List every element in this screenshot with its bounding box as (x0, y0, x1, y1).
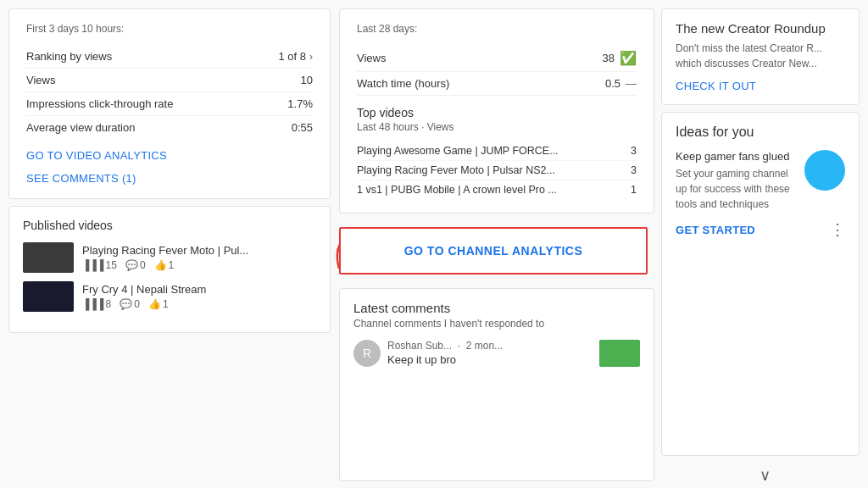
top-video-row-1: Playing Awesome Game | JUMP FORCE... 3 (357, 141, 637, 161)
like-icon-1: 👍 (154, 259, 167, 271)
video-title-1: Playing Racing Fever Moto | Pul... (82, 244, 252, 257)
top-video-count-2: 3 (631, 164, 637, 176)
video-thumb-2 (23, 281, 74, 312)
go-to-video-analytics-link[interactable]: GO TO VIDEO ANALYTICS (26, 149, 313, 162)
idea-icon-1 (804, 150, 845, 191)
views-stat-1: ▐▐▐ 15 (82, 259, 117, 271)
comment-author-1: Roshan Sub... · 2 mon... (387, 340, 593, 352)
comment-thumb-1 (599, 340, 640, 367)
middle-panel: Last 28 days: Views 38 ✅ Watch time (hou… (339, 0, 661, 488)
see-comments-link[interactable]: SEE COMMENTS (1) (26, 172, 313, 185)
watch-time-row: Watch time (hours) 0.5 — (357, 72, 637, 96)
ranking-arrow-icon: › (309, 51, 313, 63)
top-videos-section: Top videos Last 48 hours · Views Playing… (357, 106, 637, 199)
stat-row-ranking: Ranking by views 1 of 8 › (26, 45, 313, 69)
chevron-down-icon[interactable]: ∨ (661, 463, 868, 488)
video-stats-1: ▐▐▐ 15 💬 0 👍 1 (82, 259, 316, 271)
comment-icon-1: 💬 (125, 259, 138, 271)
stat-row-views: Views 10 (26, 69, 313, 92)
published-videos-title: Published videos (23, 219, 316, 232)
like-icon-2: 👍 (148, 298, 161, 310)
top-video-name-2: Playing Racing Fever Moto | Pulsar NS2..… (357, 164, 624, 176)
video-stats-2: ▐▐▐ 8 💬 0 👍 1 (82, 298, 316, 310)
creator-roundup-card: The new Creator Roundup Don't miss the l… (661, 8, 860, 105)
published-videos-card: Published videos Playing Racing Fever Mo… (8, 206, 331, 333)
ranking-value: 1 of 8 › (278, 50, 313, 63)
channel-views-label: Views (357, 52, 386, 64)
check-icon: ✅ (620, 50, 637, 66)
analytics-card-title: First 3 days 10 hours: (26, 23, 313, 35)
watch-time-label: Watch time (hours) (357, 77, 449, 90)
bar-icon-2: ▐▐▐ (82, 298, 104, 310)
top-video-name-1: Playing Awesome Game | JUMP FORCE... (357, 145, 624, 157)
ctr-value: 1.7% (287, 97, 313, 110)
analytics-card: First 3 days 10 hours: Ranking by views … (8, 8, 331, 199)
channel-views-value: 38 ✅ (603, 50, 637, 66)
top-video-count-3: 1 (631, 184, 637, 196)
bar-icon-1: ▐▐▐ (82, 259, 104, 271)
likes-stat-1: 👍 1 (154, 259, 175, 271)
roundup-description: Don't miss the latest Creator R... which… (676, 41, 845, 71)
channel-views-row: Views 38 ✅ (357, 45, 637, 72)
idea-item-desc-1: Set your gaming channel up for success w… (676, 166, 796, 212)
channel-stats-card: Last 28 days: Views 38 ✅ Watch time (hou… (339, 8, 654, 214)
comment-icon-2: 💬 (120, 298, 132, 310)
video-thumb-1 (23, 242, 74, 273)
latest-comments-subtitle: Channel comments I haven't responded to (353, 318, 640, 330)
comment-item-1: R Roshan Sub... · 2 mon... Keep it up br… (353, 340, 640, 367)
latest-comments-title: Latest comments (353, 301, 640, 315)
duration-value: 0:55 (292, 121, 313, 134)
go-to-channel-analytics-button[interactable]: GO TO CHANNEL ANALYTICS (339, 227, 648, 274)
comments-stat-1: 💬 0 (125, 259, 146, 271)
comment-text-1: Keep it up bro (387, 353, 593, 366)
video-title-2: Fry Cry 4 | Nepali Stream (82, 283, 252, 296)
video-item-2: Fry Cry 4 | Nepali Stream ▐▐▐ 8 💬 0 👍 (23, 281, 316, 312)
ideas-footer: GET STARTED ⋮ (676, 220, 845, 239)
top-videos-title: Top videos (357, 106, 637, 119)
video-info-2: Fry Cry 4 | Nepali Stream ▐▐▐ 8 💬 0 👍 (82, 283, 316, 310)
views-label: Views (26, 74, 55, 86)
idea-item-title-1: Keep gamer fans glued (676, 150, 796, 163)
roundup-title: The new Creator Roundup (676, 21, 845, 36)
stat-row-duration: Average view duration 0:55 (26, 116, 313, 139)
idea-item-1: Keep gamer fans glued Set your gaming ch… (676, 150, 845, 212)
watch-time-value: 0.5 — (605, 77, 637, 90)
channel-analytics-label: GO TO CHANNEL ANALYTICS (404, 244, 583, 258)
period-label: Last 28 days: (357, 23, 637, 35)
video-info-1: Playing Racing Fever Moto | Pul... ▐▐▐ 1… (82, 244, 316, 271)
latest-comments-card: Latest comments Channel comments I haven… (339, 288, 654, 481)
stat-row-ctr: Impressions click-through rate 1.7% (26, 92, 313, 116)
ideas-title: Ideas for you (676, 125, 845, 140)
idea-text-1: Keep gamer fans glued Set your gaming ch… (676, 150, 796, 212)
right-panel: The new Creator Roundup Don't miss the l… (661, 0, 868, 488)
ideas-card: Ideas for you Keep gamer fans glued Set … (661, 112, 860, 456)
top-video-row-2: Playing Racing Fever Moto | Pulsar NS2..… (357, 161, 637, 180)
top-videos-subtitle: Last 48 hours · Views (357, 121, 637, 133)
views-value: 10 (301, 74, 313, 86)
channel-analytics-wrapper: GO TO CHANNEL ANALYTICS (339, 220, 654, 281)
comment-body-1: Roshan Sub... · 2 mon... Keep it up bro (387, 340, 593, 366)
ranking-label: Ranking by views (26, 50, 112, 63)
views-stat-2: ▐▐▐ 8 (82, 298, 111, 310)
get-started-link[interactable]: GET STARTED (676, 224, 755, 236)
left-panel: First 3 days 10 hours: Ranking by views … (0, 0, 339, 488)
video-item-1: Playing Racing Fever Moto | Pul... ▐▐▐ 1… (23, 242, 316, 273)
likes-stat-2: 👍 1 (148, 298, 169, 310)
top-video-count-1: 3 (631, 145, 637, 157)
top-video-name-3: 1 vs1 | PUBG Mobile | A crown level Pro … (357, 184, 624, 196)
duration-label: Average view duration (26, 121, 135, 134)
check-it-out-link[interactable]: CHECK IT OUT (676, 80, 845, 92)
top-video-row-3: 1 vs1 | PUBG Mobile | A crown level Pro … (357, 180, 637, 199)
comment-avatar-1: R (353, 340, 381, 367)
comments-stat-2: 💬 0 (120, 298, 140, 310)
dash-icon: — (626, 77, 637, 90)
ctr-label: Impressions click-through rate (26, 97, 173, 110)
more-options-icon[interactable]: ⋮ (830, 220, 845, 239)
